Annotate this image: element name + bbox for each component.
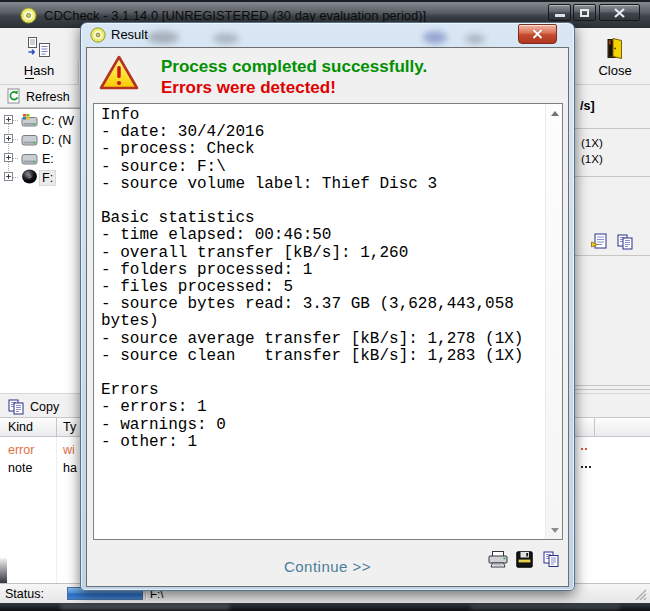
success-message: Process completed successfully.	[161, 57, 427, 77]
row-fragment-dots	[581, 448, 587, 450]
close-icon	[532, 29, 543, 39]
hard-drive-icon	[21, 133, 38, 146]
result-dialog: Result Process completed successfully. E…	[80, 22, 575, 591]
view-report-icon[interactable]	[591, 233, 608, 250]
expand-plus-icon[interactable]	[4, 115, 13, 124]
report-scrollbar[interactable]	[545, 104, 562, 539]
speed-header-fragment: /s]	[580, 99, 595, 113]
refresh-icon	[6, 88, 21, 105]
minimize-icon	[555, 14, 565, 17]
dialog-content: Process completed successfully. Errors w…	[86, 47, 569, 587]
expand-plus-icon[interactable]	[4, 153, 13, 162]
report-text: Info - date: 30/4/2016 - process: Check …	[94, 104, 545, 539]
scroll-down-button[interactable]	[546, 522, 563, 538]
close-icon	[614, 8, 625, 18]
close-app-button[interactable]: Close	[584, 31, 646, 82]
copy-report-icon[interactable]	[543, 551, 559, 568]
dialog-titlebar[interactable]: Result	[81, 23, 574, 47]
row-fragment-dots	[581, 466, 591, 468]
screen: CDCheck - 3.1.14.0 [UNREGISTERED (30 day…	[0, 0, 650, 611]
drive-tree: C: (W D: (N	[0, 108, 82, 393]
column-header-kind[interactable]: Kind	[8, 420, 33, 434]
maximize-button[interactable]	[573, 4, 596, 21]
column-header-type[interactable]: Ty	[63, 420, 76, 434]
close-app-label: Close	[598, 63, 631, 78]
hash-button[interactable]: Hash	[4, 31, 74, 82]
warning-icon	[98, 54, 140, 92]
tree-item-d-drive[interactable]: D: (N	[0, 130, 82, 149]
drive-label[interactable]: D: (N	[42, 133, 71, 147]
error-message: Errors were detected!	[161, 78, 336, 98]
arrow-up-icon	[551, 111, 559, 116]
save-icon[interactable]	[516, 551, 533, 568]
scroll-up-button[interactable]	[546, 105, 563, 121]
refresh-label: Refresh	[26, 90, 70, 104]
tree-item-c-drive[interactable]: C: (W	[0, 111, 82, 130]
copy-icon[interactable]	[617, 234, 633, 250]
door-icon	[607, 38, 623, 59]
hash-icon	[27, 37, 51, 59]
copy-icon	[8, 399, 24, 415]
desktop-edge	[0, 603, 650, 611]
tree-item-e-drive[interactable]: E:	[0, 149, 82, 168]
type-cell: wi	[63, 443, 75, 457]
drive-label[interactable]: F:	[40, 171, 55, 185]
copy-label: Copy	[30, 400, 59, 414]
report-textarea[interactable]: Info - date: 30/4/2016 - process: Check …	[93, 103, 563, 540]
refresh-button[interactable]: Refresh	[6, 87, 80, 106]
status-label: Status:	[5, 587, 44, 601]
drive-label[interactable]: E:	[42, 152, 54, 166]
copy-button[interactable]: Copy	[8, 397, 59, 416]
maximize-icon	[580, 9, 589, 17]
hash-label: Hash	[24, 63, 54, 78]
dialog-cd-icon	[90, 27, 106, 43]
resize-grip[interactable]	[634, 588, 647, 600]
hard-drive-icon	[21, 152, 38, 165]
window-title: CDCheck - 3.1.14.0 [UNREGISTERED (30 day…	[44, 8, 426, 23]
window-frame-edge	[0, 558, 7, 585]
expand-plus-icon[interactable]	[4, 134, 13, 143]
hard-drive-windows-icon	[21, 114, 38, 127]
close-window-button[interactable]	[599, 4, 640, 21]
dialog-title: Result	[111, 27, 148, 42]
app-cd-icon	[20, 7, 37, 24]
right-panel-fragment: /s] (1X) (1X)	[575, 85, 650, 393]
tree-item-f-drive[interactable]: F:	[0, 168, 82, 187]
arrow-down-icon	[551, 528, 559, 533]
minimize-button[interactable]	[548, 4, 571, 21]
dialog-close-button[interactable]	[518, 24, 557, 44]
expand-plus-icon[interactable]	[4, 172, 13, 181]
print-icon[interactable]	[488, 551, 508, 568]
disc-icon	[21, 169, 38, 184]
type-cell: ha	[63, 461, 77, 475]
hash-mnemonic-underline	[25, 78, 34, 79]
drive-label[interactable]: C: (W	[42, 114, 74, 128]
kind-cell: note	[8, 461, 32, 475]
kind-cell: error	[8, 443, 34, 457]
rate-value: (1X)	[581, 153, 603, 165]
rate-value: (1X)	[581, 137, 603, 149]
